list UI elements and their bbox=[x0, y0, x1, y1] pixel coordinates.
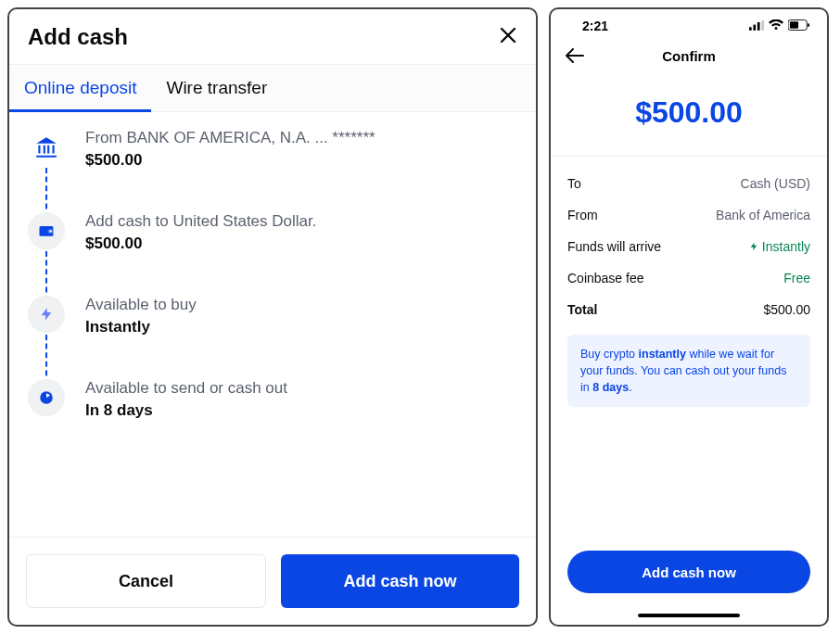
tab-wire-transfer[interactable]: Wire transfer bbox=[151, 65, 282, 111]
row-value: Free bbox=[783, 271, 810, 285]
step-value: $500.00 bbox=[85, 151, 375, 170]
clock-icon bbox=[38, 389, 55, 406]
svg-rect-5 bbox=[753, 25, 756, 31]
step-label: From BANK OF AMERICA, N.A. ... ******* bbox=[85, 129, 375, 147]
svg-rect-9 bbox=[790, 21, 798, 28]
home-indicator bbox=[638, 614, 740, 617]
deposit-tabs: Online deposit Wire transfer bbox=[9, 64, 536, 112]
dialog-header: Add cash bbox=[9, 9, 536, 64]
status-bar: 2:21 bbox=[551, 9, 827, 37]
confirm-amount: $500.00 bbox=[551, 75, 827, 156]
row-from: From Bank of America bbox=[567, 199, 810, 231]
dialog-footer: Cancel Add cash now bbox=[9, 537, 536, 625]
lightning-icon bbox=[749, 241, 758, 252]
lightning-icon bbox=[39, 307, 54, 322]
deposit-steps: From BANK OF AMERICA, N.A. ... ******* $… bbox=[9, 112, 536, 537]
back-icon[interactable] bbox=[566, 44, 584, 69]
row-value: $500.00 bbox=[763, 302, 810, 317]
step-label: Available to send or cash out bbox=[85, 379, 287, 398]
bank-icon bbox=[34, 135, 58, 159]
row-to: To Cash (USD) bbox=[567, 168, 810, 199]
confirm-footer: Add cash now bbox=[551, 551, 827, 614]
tab-online-deposit[interactable]: Online deposit bbox=[9, 65, 151, 111]
row-label: Total bbox=[567, 302, 597, 317]
dialog-title: Add cash bbox=[28, 24, 128, 50]
row-funds-arrive: Funds will arrive Instantly bbox=[567, 231, 810, 262]
nav-title: Confirm bbox=[662, 48, 716, 64]
step-value: In 8 days bbox=[85, 401, 287, 420]
wallet-icon bbox=[37, 222, 56, 240]
status-time: 2:21 bbox=[582, 19, 608, 33]
battery-icon bbox=[788, 19, 810, 33]
step-from-bank: From BANK OF AMERICA, N.A. ... ******* $… bbox=[28, 129, 517, 212]
row-value: Instantly bbox=[749, 239, 810, 254]
nav-bar: Confirm bbox=[551, 37, 827, 75]
row-value: Cash (USD) bbox=[741, 176, 810, 191]
step-add-cash: Add cash to United States Dollar. $500.0… bbox=[28, 212, 517, 296]
row-label: Coinbase fee bbox=[567, 271, 644, 285]
step-label: Add cash to United States Dollar. bbox=[85, 212, 316, 231]
info-notice: Buy crypto instantly while we wait for y… bbox=[567, 335, 810, 407]
close-icon[interactable] bbox=[499, 22, 517, 51]
row-label: From bbox=[567, 208, 598, 222]
add-cash-now-button[interactable]: Add cash now bbox=[567, 551, 810, 593]
svg-point-2 bbox=[49, 230, 51, 232]
svg-rect-7 bbox=[761, 20, 764, 31]
step-available-buy: Available to buy Instantly bbox=[28, 296, 517, 379]
svg-rect-4 bbox=[749, 27, 752, 31]
cellular-icon bbox=[749, 19, 764, 33]
wifi-icon bbox=[769, 19, 783, 33]
svg-rect-10 bbox=[808, 23, 809, 27]
row-label: Funds will arrive bbox=[567, 239, 661, 254]
row-label: To bbox=[567, 176, 581, 191]
svg-rect-6 bbox=[757, 22, 760, 31]
add-cash-dialog: Add cash Online deposit Wire transfer Fr… bbox=[7, 7, 538, 627]
step-label: Available to buy bbox=[85, 296, 197, 314]
row-total: Total $500.00 bbox=[567, 294, 810, 325]
confirm-details: To Cash (USD) From Bank of America Funds… bbox=[551, 157, 827, 325]
cancel-button[interactable]: Cancel bbox=[26, 554, 266, 608]
row-value: Bank of America bbox=[716, 208, 810, 222]
step-value: Instantly bbox=[85, 318, 197, 336]
confirm-screen: 2:21 Confirm $500.00 To Cash (USD) From … bbox=[549, 7, 829, 627]
step-available-cashout: Available to send or cash out In 8 days bbox=[28, 379, 517, 429]
step-value: $500.00 bbox=[85, 235, 316, 253]
add-cash-now-button[interactable]: Add cash now bbox=[281, 554, 519, 608]
row-fee: Coinbase fee Free bbox=[567, 262, 810, 294]
